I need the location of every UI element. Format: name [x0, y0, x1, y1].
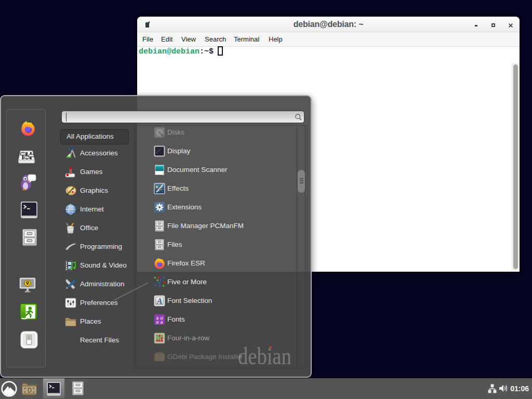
svg-text:a: a — [156, 320, 158, 325]
svg-text:A: A — [156, 297, 163, 305]
